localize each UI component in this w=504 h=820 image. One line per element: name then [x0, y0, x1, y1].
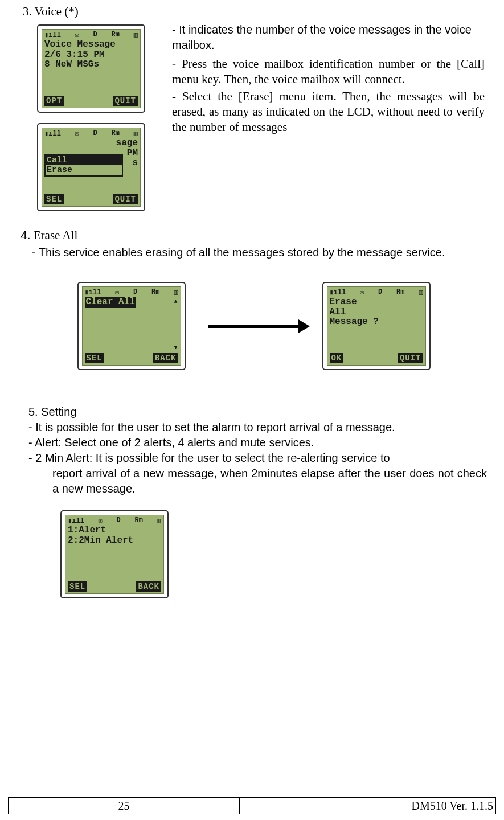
rm-icon: Rm — [151, 288, 159, 296]
softkey-quit: QUIT — [398, 353, 423, 363]
battery-icon: ▥ — [134, 129, 138, 138]
section3-body: - Press the voice mailbox identification… — [172, 56, 485, 88]
softkey-opt: OPT — [44, 96, 64, 106]
envelope-icon: ✉ — [99, 516, 103, 525]
softkey-sel: SEL — [44, 194, 64, 204]
battery-icon: ▥ — [157, 516, 161, 525]
signal-icon: ▮ıll — [330, 288, 346, 297]
lcd-line: 1:Alert — [68, 526, 161, 536]
lcd-line: Message ? — [330, 317, 423, 327]
softkey-back: BACK — [136, 581, 161, 592]
section5-heading: 5. Setting — [28, 404, 487, 420]
rm-icon: Rm — [396, 288, 404, 296]
envelope-icon: ✉ — [75, 31, 79, 39]
lcd-line: 8 NeW MSGs — [44, 60, 138, 70]
rm-icon: Rm — [135, 516, 143, 524]
arrow-right-icon — [208, 325, 300, 328]
section5-bullet: - 2 Min Alert: It is possible for the us… — [28, 450, 487, 466]
softkey-back: BACK — [153, 353, 178, 363]
screenshot-setting-menu: ▮ıll ✉ D Rm ▥ 1:Alert 2:2Min Alert SEL B… — [60, 510, 169, 598]
rm-icon: Rm — [112, 31, 120, 39]
page-footer: 25 DM510 Ver. 1.1.5 — [8, 797, 496, 814]
section3-lead: - It indicates the number of the voice m… — [172, 22, 485, 53]
doc-version: DM510 Ver. 1.1.5 — [240, 798, 495, 814]
lcd-line: Erase — [330, 297, 423, 308]
d-icon: D — [378, 288, 382, 296]
section5-bullet: - It is possible for the user to set the… — [28, 420, 487, 435]
softkey-ok: OK — [330, 353, 344, 363]
battery-icon: ▥ — [134, 31, 138, 39]
section4-desc: - This service enables erasing of all th… — [21, 245, 487, 260]
signal-icon: ▮ıll — [44, 129, 61, 138]
softkey-sel: SEL — [68, 581, 87, 592]
lcd-line: Voice Message — [44, 40, 138, 50]
section3-body: - Select the [Erase] menu item. Then, th… — [172, 89, 485, 136]
envelope-icon: ✉ — [115, 288, 119, 297]
scroll-down-icon: ▼ — [174, 345, 177, 351]
lcd-line: 2/6 3:15 PM — [44, 50, 138, 60]
page-number: 25 — [9, 798, 240, 814]
d-icon: D — [117, 516, 121, 524]
d-icon: D — [93, 129, 97, 137]
signal-icon: ▮ıll — [68, 516, 84, 525]
battery-icon: ▥ — [174, 288, 178, 297]
scroll-up-icon: ▲ — [174, 298, 177, 305]
popup-menu: Call Erase — [44, 154, 123, 177]
d-icon: D — [133, 288, 137, 296]
envelope-icon: ✉ — [75, 129, 79, 138]
signal-icon: ▮ıll — [85, 288, 101, 297]
lcd-selected-item: Clear All — [85, 297, 136, 308]
lcd-bg-text: sage — [44, 138, 138, 149]
screenshot-erase-all-confirm: ▮ıll ✉ D Rm ▥ Erase All Message ? OK QUI… — [322, 282, 431, 370]
screenshot-clear-all: ▮ıll ✉ D Rm ▥ Clear All ▲ ▼ SEL BACK — [77, 282, 186, 370]
softkey-sel: SEL — [85, 353, 104, 363]
d-icon: D — [93, 31, 97, 39]
section3-heading: 3. Voice (*) — [17, 5, 487, 19]
popup-item-call: Call — [46, 155, 122, 165]
section5-bullet: - Alert: Select one of 2 alerts, 4 alert… — [28, 435, 487, 450]
battery-icon: ▥ — [419, 288, 423, 297]
section5-bullet-cont: report arrival of a new message, when 2m… — [28, 466, 487, 497]
screenshot-call-erase-menu: ▮ıll ✉ D Rm ▥ sage PM s Call Erase SEL — [37, 123, 145, 211]
lcd-line: All — [330, 308, 423, 318]
signal-icon: ▮ıll — [44, 31, 61, 39]
envelope-icon: ✉ — [360, 288, 364, 297]
screenshot-voice-message: ▮ıll ✉ D Rm ▥ Voice Message 2/6 3:15 PM … — [37, 24, 145, 113]
lcd-line: 2:2Min Alert — [68, 536, 161, 546]
softkey-quit: QUIT — [113, 194, 138, 204]
rm-icon: Rm — [112, 129, 120, 137]
softkey-quit: QUIT — [113, 96, 138, 106]
popup-item-erase: Erase — [46, 165, 122, 175]
section4-heading: 4. Erase All — [21, 228, 487, 243]
